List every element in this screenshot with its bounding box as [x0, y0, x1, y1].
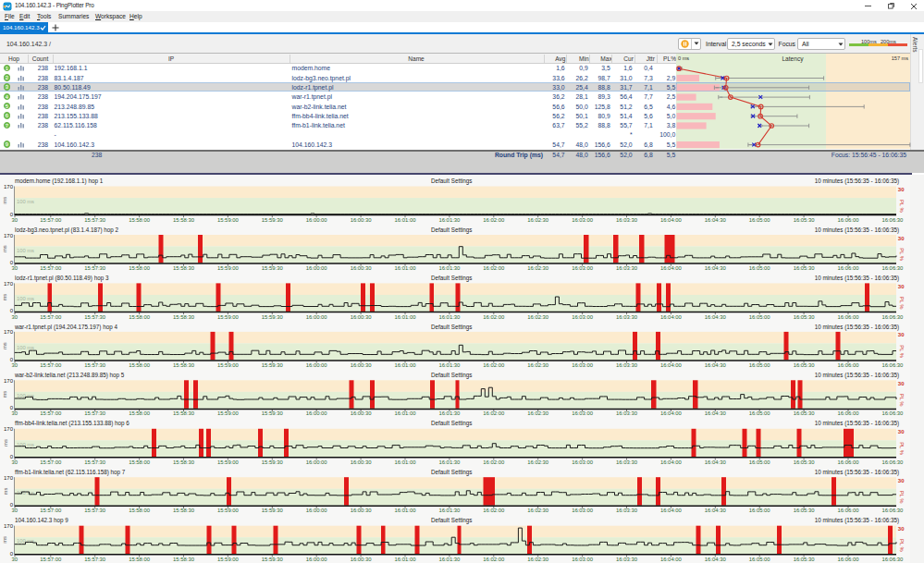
svg-text:16:06:00: 16:06:00 — [838, 265, 860, 271]
svg-text:Default Settings: Default Settings — [431, 226, 472, 234]
svg-text:PL %: PL % — [899, 345, 905, 358]
svg-text:15:59:30: 15:59:30 — [262, 410, 284, 416]
svg-text:16:04:30: 16:04:30 — [705, 508, 727, 513]
svg-text:16:05:30: 16:05:30 — [794, 314, 816, 320]
svg-text:PL %: PL % — [899, 491, 905, 504]
svg-text:16:03:30: 16:03:30 — [616, 508, 638, 513]
svg-text:ms: ms — [3, 488, 8, 496]
svg-text:16:01:00: 16:01:00 — [395, 217, 417, 223]
svg-text:104.160.142.3 hop 9: 104.160.142.3 hop 9 — [15, 517, 68, 524]
svg-text:Default Settings: Default Settings — [431, 177, 472, 185]
svg-text:170: 170 — [4, 329, 14, 335]
svg-text:16:06:30: 16:06:30 — [881, 217, 904, 223]
svg-text:16:00:00: 16:00:00 — [306, 265, 328, 271]
svg-text:16:03:00: 16:03:00 — [572, 265, 594, 271]
svg-text:Default Settings: Default Settings — [431, 372, 472, 379]
svg-text:16:04:00: 16:04:00 — [660, 314, 683, 320]
svg-text:15:57:30: 15:57:30 — [84, 410, 106, 416]
svg-text:16:06:00: 16:06:00 — [838, 217, 860, 223]
svg-text:16:00:00: 16:00:00 — [306, 217, 328, 223]
svg-text:16:01:00: 16:01:00 — [395, 265, 417, 271]
svg-text:16:02:30: 16:02:30 — [527, 459, 549, 465]
svg-text:16:05:00: 16:05:00 — [749, 265, 771, 271]
svg-text:ffm-b1-link.telia.net (62.115.: ffm-b1-link.telia.net (62.115.116.158) h… — [15, 469, 126, 476]
svg-text:16:06:30: 16:06:30 — [881, 362, 904, 368]
svg-text:16:02:30: 16:02:30 — [527, 508, 549, 513]
svg-text:16:05:00: 16:05:00 — [749, 314, 771, 320]
svg-text:16:04:30: 16:04:30 — [705, 314, 727, 320]
svg-text:16:01:00: 16:01:00 — [395, 314, 417, 320]
svg-text:30: 30 — [898, 236, 905, 241]
svg-text:ms: ms — [3, 294, 8, 301]
svg-text:16:03:30: 16:03:30 — [616, 217, 638, 223]
svg-text:15:57:00: 15:57:00 — [40, 265, 62, 271]
svg-text:15:58:00: 15:58:00 — [129, 314, 151, 320]
svg-text:15:58:30: 15:58:30 — [173, 557, 195, 562]
svg-text:30: 30 — [898, 187, 905, 192]
svg-text:Default Settings: Default Settings — [431, 324, 472, 331]
svg-text:16:00:00: 16:00:00 — [306, 314, 328, 320]
svg-text:16:01:00: 16:01:00 — [395, 459, 417, 465]
svg-text:30: 30 — [12, 410, 18, 416]
svg-text:15:59:00: 15:59:00 — [217, 459, 240, 465]
svg-text:30: 30 — [898, 526, 905, 532]
svg-text:16:06:30: 16:06:30 — [881, 459, 904, 465]
svg-text:16:02:30: 16:02:30 — [527, 362, 549, 368]
svg-text:16:01:30: 16:01:30 — [438, 217, 461, 223]
svg-text:16:05:00: 16:05:00 — [749, 362, 771, 368]
svg-text:16:04:00: 16:04:00 — [660, 508, 683, 513]
svg-text:16:05:30: 16:05:30 — [794, 459, 816, 465]
svg-text:15:57:30: 15:57:30 — [84, 362, 106, 368]
svg-text:16:01:00: 16:01:00 — [395, 557, 417, 562]
svg-text:16:05:00: 16:05:00 — [749, 508, 771, 513]
svg-text:16:02:00: 16:02:00 — [483, 508, 505, 513]
svg-text:16:05:00: 16:05:00 — [749, 410, 771, 416]
svg-text:16:04:00: 16:04:00 — [660, 265, 683, 271]
svg-text:Default Settings: Default Settings — [431, 517, 472, 524]
svg-text:16:03:30: 16:03:30 — [616, 557, 638, 562]
svg-text:16:04:30: 16:04:30 — [705, 557, 727, 562]
svg-text:16:01:30: 16:01:30 — [438, 265, 461, 271]
svg-text:16:02:30: 16:02:30 — [527, 217, 549, 223]
svg-text:16:01:30: 16:01:30 — [438, 508, 461, 513]
svg-text:15:58:30: 15:58:30 — [173, 459, 195, 465]
svg-text:16:01:00: 16:01:00 — [395, 508, 417, 513]
svg-text:16:06:30: 16:06:30 — [881, 265, 904, 271]
svg-text:16:04:00: 16:04:00 — [660, 557, 683, 562]
svg-text:16:01:30: 16:01:30 — [438, 557, 461, 562]
svg-text:16:06:30: 16:06:30 — [881, 410, 904, 416]
svg-text:16:06:00: 16:06:00 — [838, 410, 860, 416]
svg-text:war-r1.tpnet.pl (194.204.175.1: war-r1.tpnet.pl (194.204.175.197) hop 4 — [14, 324, 117, 331]
svg-text:modem.home (192.168.1.1) hop 1: modem.home (192.168.1.1) hop 1 — [15, 177, 104, 185]
svg-text:16:00:00: 16:00:00 — [306, 508, 328, 513]
svg-text:15:59:00: 15:59:00 — [217, 557, 240, 562]
svg-text:170: 170 — [4, 523, 14, 529]
svg-text:15:59:30: 15:59:30 — [262, 217, 284, 223]
svg-text:16:03:00: 16:03:00 — [572, 557, 594, 562]
svg-text:100 ms: 100 ms — [17, 345, 34, 350]
svg-text:30: 30 — [12, 362, 18, 368]
svg-text:16:04:00: 16:04:00 — [660, 410, 683, 416]
svg-text:16:01:30: 16:01:30 — [438, 314, 461, 320]
svg-text:15:58:00: 15:58:00 — [129, 265, 151, 271]
svg-text:16:03:30: 16:03:30 — [616, 265, 638, 271]
svg-text:10 minutes (15:56:35 - 16:06:3: 10 minutes (15:56:35 - 16:06:35) — [815, 420, 899, 427]
svg-text:16:00:30: 16:00:30 — [351, 217, 373, 223]
svg-text:16:06:30: 16:06:30 — [881, 314, 904, 320]
svg-text:30: 30 — [12, 508, 18, 513]
svg-text:16:03:00: 16:03:00 — [572, 217, 594, 223]
svg-text:16:05:30: 16:05:30 — [794, 410, 816, 416]
svg-text:15:57:00: 15:57:00 — [40, 410, 62, 416]
svg-text:16:06:00: 16:06:00 — [838, 508, 860, 513]
svg-text:16:04:30: 16:04:30 — [705, 410, 727, 416]
svg-text:16:05:00: 16:05:00 — [749, 217, 771, 223]
svg-text:16:05:30: 16:05:30 — [794, 557, 816, 562]
svg-text:PL %: PL % — [899, 442, 905, 455]
svg-text:100 ms: 100 ms — [17, 296, 34, 301]
svg-text:15:58:30: 15:58:30 — [173, 362, 195, 368]
svg-text:16:02:30: 16:02:30 — [527, 314, 549, 320]
svg-text:16:03:30: 16:03:30 — [616, 314, 638, 320]
svg-text:10 minutes (15:56:35 - 16:06:3: 10 minutes (15:56:35 - 16:06:35) — [815, 324, 899, 331]
svg-text:ms: ms — [3, 197, 8, 204]
svg-text:10 minutes (15:56:35 - 16:06:3: 10 minutes (15:56:35 - 16:06:35) — [815, 372, 899, 379]
